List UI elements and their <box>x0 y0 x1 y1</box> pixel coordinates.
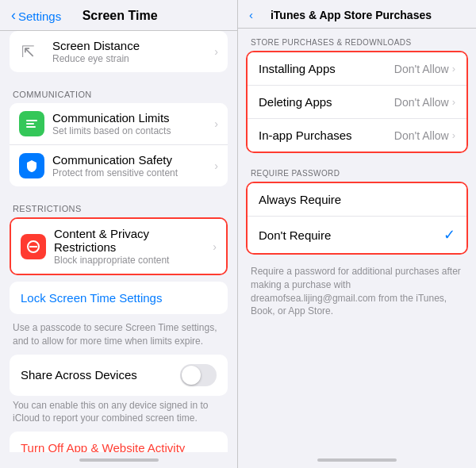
back-label: Settings <box>18 10 61 23</box>
left-scroll-area: ⇱ Screen Distance Reduce eye strain › Co… <box>0 31 237 452</box>
lock-screen-link[interactable]: Lock Screen Time Settings <box>21 291 217 305</box>
restrictions-section-label: Restrictions <box>0 193 237 217</box>
communication-limits-icon <box>19 111 44 136</box>
right-home-indicator <box>238 452 476 468</box>
chevron-icon: › <box>452 96 455 108</box>
communication-safety-subtitle: Protect from sensitive content <box>52 167 209 178</box>
chevron-icon: › <box>452 63 455 75</box>
content-privacy-subtitle: Block inappropriate content <box>54 255 208 266</box>
deleting-apps-value: Don't Allow <box>394 96 449 109</box>
installing-apps-item[interactable]: Installing Apps Don't Allow › <box>248 52 466 86</box>
right-panel: ‹ iTunes & App Store Purchases Store Pur… <box>238 0 476 468</box>
store-purchases-card: Installing Apps Don't Allow › Deleting A… <box>246 51 468 153</box>
screen-distance-icon: ⇱ <box>19 39 44 64</box>
content-privacy-icon <box>21 234 46 259</box>
lock-screen-desc: Use a passcode to secure Screen Time set… <box>0 317 237 355</box>
share-devices-title: Share Across Devices <box>21 368 180 382</box>
communication-safety-title: Communication Safety <box>52 153 209 167</box>
chevron-icon: › <box>214 159 218 172</box>
dont-require-title: Don't Require <box>259 228 443 242</box>
communication-safety-text: Communication Safety Protect from sensit… <box>52 153 209 178</box>
share-devices-toggle[interactable] <box>180 364 217 386</box>
settings-back-button[interactable]: ‹ Settings <box>11 8 61 24</box>
right-nav-bar: ‹ iTunes & App Store Purchases <box>238 0 476 29</box>
svg-rect-1 <box>26 120 37 121</box>
content-privacy-title: Content & Privacy Restrictions <box>54 227 208 254</box>
always-require-title: Always Require <box>259 193 455 206</box>
screen-distance-item[interactable]: ⇱ Screen Distance Reduce eye strain › <box>10 31 228 72</box>
right-nav-title: iTunes & App Store Purchases <box>253 9 465 21</box>
store-section-label: Store Purchases & Redownloads <box>238 29 476 51</box>
left-nav-title: Screen Time <box>83 9 205 23</box>
turn-off-button[interactable]: Turn Off App & Website Activity <box>21 441 217 452</box>
installing-apps-value: Don't Allow <box>394 63 449 75</box>
left-panel: ‹ Settings Screen Time ⇱ Screen Distance… <box>0 0 238 468</box>
inapp-purchases-value: Don't Allow <box>394 129 449 142</box>
chevron-icon: › <box>214 117 218 130</box>
communication-limits-text: Communication Limits Set limits based on… <box>52 111 209 136</box>
lock-screen-card: Lock Screen Time Settings <box>10 282 228 314</box>
back-chevron-icon: ‹ <box>11 7 16 24</box>
screen-distance-card: ⇱ Screen Distance Reduce eye strain › <box>10 31 228 72</box>
communication-section-label: Communication <box>0 79 237 103</box>
screen-distance-subtitle: Reduce eye strain <box>52 53 209 64</box>
communication-limits-item[interactable]: Communication Limits Set limits based on… <box>10 103 228 145</box>
communication-limits-subtitle: Set limits based on contacts <box>52 125 209 136</box>
home-bar <box>317 458 397 462</box>
always-require-item[interactable]: Always Require <box>248 183 466 217</box>
content-privacy-item[interactable]: Content & Privacy Restrictions Block ina… <box>11 219 226 274</box>
password-section-label: Require Password <box>238 159 476 182</box>
communication-card: Communication Limits Set limits based on… <box>10 103 228 186</box>
communication-limits-title: Communication Limits <box>52 111 209 125</box>
chevron-icon: › <box>452 129 455 141</box>
chevron-icon: › <box>214 45 218 58</box>
home-bar <box>79 458 159 462</box>
deleting-apps-title: Deleting Apps <box>259 95 394 109</box>
right-scroll-area: Store Purchases & Redownloads Installing… <box>238 29 476 452</box>
chevron-icon: › <box>213 240 217 253</box>
inapp-purchases-item[interactable]: In-app Purchases Don't Allow › <box>248 119 466 152</box>
communication-safety-icon <box>19 153 44 178</box>
share-devices-card: Share Across Devices <box>10 355 228 396</box>
left-nav-bar: ‹ Settings Screen Time <box>0 0 237 31</box>
svg-text:⇱: ⇱ <box>21 43 35 60</box>
share-devices-desc: You can enable this on any device signed… <box>0 399 237 432</box>
toggle-thumb <box>182 366 201 385</box>
communication-safety-item[interactable]: Communication Safety Protect from sensit… <box>10 145 228 186</box>
left-home-indicator <box>0 452 237 468</box>
password-note: Require a password for additional purcha… <box>238 261 476 326</box>
password-card: Always Require Don't Require ✓ <box>246 182 468 255</box>
installing-apps-title: Installing Apps <box>259 62 394 75</box>
content-privacy-card: Content & Privacy Restrictions Block ina… <box>10 217 228 275</box>
svg-rect-2 <box>26 123 34 125</box>
svg-rect-3 <box>26 126 36 128</box>
share-devices-row: Share Across Devices <box>10 355 228 396</box>
turn-off-card: Turn Off App & Website Activity <box>10 432 228 452</box>
deleting-apps-item[interactable]: Deleting Apps Don't Allow › <box>248 86 466 119</box>
content-privacy-text: Content & Privacy Restrictions Block ina… <box>54 227 208 266</box>
screen-distance-title: Screen Distance <box>52 39 209 52</box>
dont-require-item[interactable]: Don't Require ✓ <box>248 217 466 253</box>
screen-distance-text: Screen Distance Reduce eye strain <box>52 39 209 64</box>
inapp-purchases-title: In-app Purchases <box>259 129 394 142</box>
checkmark-icon: ✓ <box>443 226 455 244</box>
